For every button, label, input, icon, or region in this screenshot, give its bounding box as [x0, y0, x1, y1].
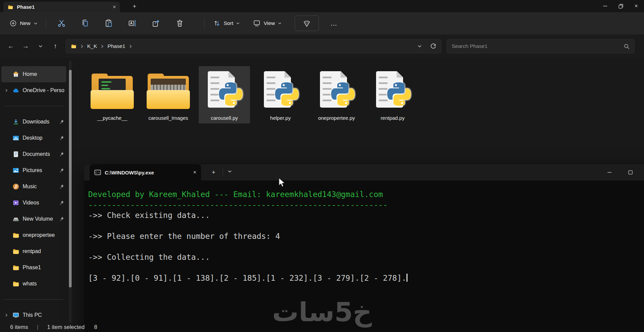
terminal-line: ->> Please enter the number of threads: …: [88, 231, 644, 242]
view-button[interactable]: View: [253, 19, 281, 27]
sidebar-item-onepropertee[interactable]: onepropertee: [1, 227, 66, 243]
documents-icon: [12, 150, 20, 158]
sidebar-item-rentpad[interactable]: rentpad: [1, 243, 66, 259]
file-item-carousell-py[interactable]: carousell.py: [199, 66, 250, 123]
sidebar-item-videos[interactable]: Videos: [1, 195, 66, 211]
new-tab-button[interactable]: +: [129, 2, 140, 11]
terminal-line: [88, 242, 644, 252]
more-options-button[interactable]: …: [327, 20, 341, 27]
rename-icon: [128, 19, 137, 28]
sidebar-scrollbar-thumb[interactable]: [69, 70, 72, 287]
sidebar-item-pictures[interactable]: Pictures: [1, 162, 66, 178]
folder-icon: [12, 231, 20, 239]
toolbar-divider: [46, 18, 46, 28]
tab-title: Phase1: [17, 4, 35, 10]
terminal-maximize-button[interactable]: [620, 164, 641, 181]
chevron-right-icon[interactable]: [4, 313, 8, 317]
cmd-icon: [94, 169, 101, 176]
file-item-pycache[interactable]: __pycache__: [86, 66, 138, 123]
breadcrumb-kk[interactable]: K_K: [87, 43, 97, 49]
restore-button[interactable]: [613, 0, 628, 12]
sidebar-item-new-volume[interactable]: New Volume: [1, 211, 66, 227]
close-button[interactable]: ×: [628, 0, 644, 12]
shell-extension-button[interactable]: [295, 16, 319, 31]
breadcrumb-phase1[interactable]: Phase1: [107, 43, 125, 49]
sidebar-item-phase1[interactable]: Phase1: [1, 259, 66, 276]
terminal-tab-dropdown[interactable]: [227, 169, 232, 174]
search-input[interactable]: Search Phase1: [452, 43, 624, 49]
terminal-title-bar: C:\WINDOWS\py.exe × +: [84, 164, 644, 181]
refresh-icon[interactable]: [430, 43, 436, 50]
sidebar-item-home[interactable]: Home: [1, 66, 66, 82]
copy-icon: [81, 19, 90, 28]
back-button[interactable]: ←: [3, 39, 18, 54]
home-icon: [12, 71, 20, 78]
terminal-new-tab-button[interactable]: +: [208, 167, 219, 177]
file-item-helper-py[interactable]: helper.py: [255, 66, 306, 123]
sidebar-item-onedrive[interactable]: OneDrive - Perso: [1, 82, 66, 99]
copy-button[interactable]: [78, 16, 92, 30]
address-row: ← → ↑ K_K Phase1 Search Phase1: [0, 34, 644, 58]
tab-close-icon[interactable]: ×: [113, 4, 116, 10]
file-item-carousell-images[interactable]: carousell_Images: [143, 66, 194, 123]
sidebar-item-music[interactable]: Music: [1, 178, 66, 195]
terminal-titlebar-divider: [223, 169, 223, 176]
address-dropdown-icon[interactable]: [417, 44, 422, 49]
file-item-rentpad-py[interactable]: rentpad.py: [367, 66, 418, 123]
search-box[interactable]: Search Phase1: [447, 39, 635, 53]
share-button[interactable]: [149, 16, 163, 30]
python-file-icon: [255, 69, 306, 113]
desktop-icon: [12, 134, 20, 142]
terminal-tab-title: C:\WINDOWS\py.exe: [105, 170, 154, 175]
sidebar-item-documents[interactable]: Documents: [1, 146, 66, 162]
terminal-minimize-button[interactable]: [599, 164, 620, 181]
sidebar-item-this-pc[interactable]: This PC: [1, 307, 66, 323]
explorer-tab-phase1[interactable]: Phase1 ×: [3, 2, 120, 12]
sidebar-item-downloads[interactable]: Downloads: [1, 114, 66, 130]
terminal-line: Developed by Kareem_Khaled --- Email: ka…: [88, 189, 644, 200]
folder-icon: [7, 4, 14, 10]
explorer-window-controls: ×: [597, 0, 644, 12]
sidebar: Home OneDrive - Perso Downloads Desktop …: [0, 58, 68, 332]
paste-button[interactable]: [102, 16, 116, 30]
forward-button[interactable]: →: [18, 39, 33, 54]
sort-button[interactable]: Sort: [213, 19, 240, 27]
mouse-cursor: [278, 177, 287, 188]
python-file-icon: [367, 69, 418, 113]
command-bar: New Sort View …: [0, 12, 644, 34]
rename-button[interactable]: [125, 16, 140, 30]
chevron-right-icon[interactable]: [4, 88, 8, 92]
chevron-down-icon: [236, 21, 240, 25]
file-item-onepropertee-py[interactable]: onepropertee.py: [311, 66, 362, 123]
folder-icon: [12, 280, 20, 287]
sidebar-separator: [3, 299, 64, 300]
search-icon: [624, 44, 629, 49]
delete-button[interactable]: [173, 16, 187, 30]
cut-icon: [57, 19, 66, 28]
new-button[interactable]: New: [9, 20, 38, 27]
pin-icon: [59, 135, 64, 141]
chevron-right-icon: [128, 44, 133, 49]
sidebar-item-whats[interactable]: whats: [1, 276, 66, 292]
pin-icon: [59, 200, 64, 205]
terminal-tab[interactable]: C:\WINDOWS\py.exe ×: [90, 164, 201, 181]
toolbar-divider: [204, 18, 205, 28]
status-selection: 1 item selected: [47, 324, 84, 330]
minimize-button[interactable]: [597, 0, 613, 12]
up-button[interactable]: ↑: [48, 39, 63, 54]
onedrive-icon: [12, 87, 20, 94]
chevron-down-icon: [33, 21, 38, 26]
cut-button[interactable]: [54, 16, 69, 30]
khamsat-watermark: خ5سات: [272, 297, 372, 327]
terminal-tab-close-icon[interactable]: ×: [193, 169, 196, 175]
videos-icon: [12, 199, 20, 206]
folder-icon: [12, 264, 20, 271]
folder-icon: [12, 248, 20, 255]
sidebar-item-desktop[interactable]: Desktop: [1, 130, 66, 146]
chevron-right-icon: [80, 44, 84, 49]
recent-locations-button[interactable]: [33, 39, 48, 54]
address-bar[interactable]: K_K Phase1: [66, 39, 441, 53]
share-icon: [152, 19, 160, 28]
chevron-right-icon: [100, 44, 104, 49]
delete-icon: [175, 19, 184, 28]
